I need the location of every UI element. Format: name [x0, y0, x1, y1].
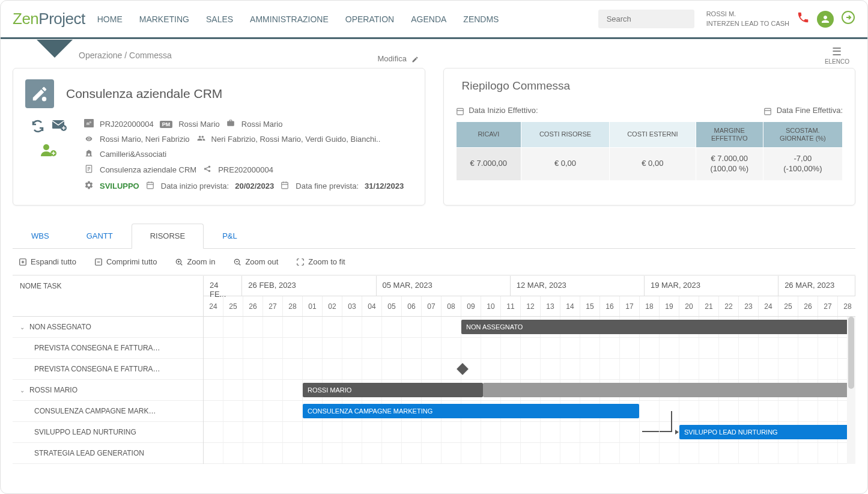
viewers: Rossi Mario, Neri Fabrizio	[100, 135, 190, 144]
dropdown-indicator[interactable]	[37, 40, 73, 58]
nav-sales[interactable]: SALES	[206, 14, 233, 24]
bar-rossi-mario[interactable]: ROSSI MARIO	[303, 383, 483, 397]
zoom-fit-button[interactable]: Zoom to fit	[296, 257, 345, 266]
day-header: 17	[620, 296, 640, 316]
logo: ZenProject	[13, 10, 85, 28]
task-row[interactable]: CONSULENZA CAMPAGNE MARK…	[13, 401, 203, 422]
search-input[interactable]	[598, 10, 694, 28]
link-icon	[202, 165, 212, 175]
day-header: 13	[541, 296, 560, 316]
day-header: 08	[442, 296, 461, 316]
team-list: Neri Fabrizio, Rossi Mario, Verdi Guido,…	[211, 135, 381, 144]
refresh-icon[interactable]	[31, 119, 45, 137]
task-group-rossi-mario[interactable]: ⌄ROSSI MARIO	[13, 380, 203, 401]
day-header: 19	[660, 296, 679, 316]
expand-all-button[interactable]: Espandi tutto	[19, 257, 76, 266]
chevron-down-icon: ⌄	[20, 324, 25, 331]
day-header: 01	[303, 296, 323, 316]
phone-icon[interactable]	[797, 11, 810, 27]
day-header: 16	[600, 296, 620, 316]
day-header: 26	[243, 296, 263, 316]
mail-add-icon[interactable]	[52, 119, 68, 137]
day-header: 05	[382, 296, 402, 316]
week-header: 26 MAR, 2023	[778, 276, 855, 296]
day-header: 07	[422, 296, 442, 316]
task-row[interactable]: STRATEGIA LEAD GENERATION	[13, 443, 203, 464]
day-header: 27	[818, 296, 838, 316]
zoom-out-button[interactable]: Zoom out	[233, 257, 278, 266]
bar-rossi-mario-ext[interactable]	[483, 383, 855, 397]
start-date: 20/02/2023	[235, 181, 274, 191]
svg-rect-25	[765, 108, 771, 115]
summary-title: Riepilogo Commessa	[456, 79, 843, 93]
nav-marketing[interactable]: MARKETING	[139, 14, 189, 24]
pm-name: Rossi Mario	[178, 120, 220, 129]
nav-amministrazione[interactable]: AMMINISTRAZIONE	[250, 14, 329, 24]
main-nav: HOME MARKETING SALES AMMINISTRAZIONE OPE…	[97, 14, 598, 24]
tab-pl[interactable]: P&L	[204, 224, 256, 248]
day-header: 06	[402, 296, 422, 316]
action-icons	[25, 119, 73, 197]
task-group-non-assegnato[interactable]: ⌄NON ASSEGNATO	[13, 317, 203, 338]
offer-name: Consulenza aziendale CRM	[100, 165, 196, 174]
svg-point-14	[208, 170, 211, 172]
header-ricavi: RICAVI	[456, 121, 521, 147]
vertical-scrollbar[interactable]	[847, 317, 855, 464]
svg-point-1	[42, 97, 47, 102]
bar-non-assegnato[interactable]: NON ASSEGNATO	[461, 320, 855, 334]
status-badge: SVILUPPO	[100, 181, 139, 191]
pm-badge: PM	[160, 121, 173, 128]
bar-sviluppo[interactable]: SVILUPPO LEAD NURTURING	[679, 425, 855, 439]
briefcase-icon	[226, 119, 235, 129]
svg-rect-19	[282, 182, 288, 189]
zoom-in-button[interactable]: Zoom in	[175, 257, 215, 266]
end-date: 31/12/2023	[365, 181, 404, 191]
day-header: 02	[323, 296, 342, 316]
day-header: 28	[283, 296, 303, 316]
svg-point-13	[208, 166, 211, 168]
task-row[interactable]: PREVISTA CONSEGNA E FATTURA…	[13, 338, 203, 359]
tab-wbs[interactable]: WBS	[13, 224, 68, 248]
value-margine: € 7.000,00(100,00 %)	[696, 147, 763, 180]
header-costi-esterni: COSTI ESTERNI	[609, 121, 696, 147]
end-label: Data fine prevista:	[296, 181, 359, 191]
gear-icon	[84, 180, 94, 192]
nav-operation[interactable]: OPERATION	[345, 14, 394, 24]
svg-point-12	[204, 168, 207, 170]
project-icon	[25, 79, 54, 108]
task-row[interactable]: SVILUPPO LEAD NURTURING	[13, 422, 203, 443]
tabs: WBS GANTT RISORSE P&L	[13, 224, 855, 249]
day-header: 18	[640, 296, 660, 316]
day-header: 03	[342, 296, 362, 316]
effective-end-label: Data Fine Effettiva:	[763, 106, 843, 115]
day-header: 11	[501, 296, 521, 316]
day-header: 10	[481, 296, 501, 316]
day-header: 28	[838, 296, 855, 316]
project-code: PRJ202000004	[100, 120, 154, 129]
modifica-button[interactable]: Modifica	[377, 54, 418, 63]
user-add-icon[interactable]	[41, 143, 58, 161]
week-header: 26 FEB, 2023	[242, 276, 376, 296]
bar-consulenza[interactable]: CONSULENZA CAMPAGNE MARKETING	[303, 404, 639, 418]
nav-home[interactable]: HOME	[97, 14, 123, 24]
tab-risorse[interactable]: RISORSE	[132, 224, 204, 249]
user-icon[interactable]	[817, 11, 834, 28]
tab-gantt[interactable]: GANTT	[68, 224, 132, 248]
logout-icon[interactable]	[841, 10, 855, 28]
eye-icon	[84, 135, 94, 144]
nav-agenda[interactable]: AGENDA	[411, 14, 446, 24]
chevron-down-icon: ⌄	[20, 387, 25, 394]
day-header: 25	[778, 296, 798, 316]
document-icon	[84, 164, 94, 175]
day-header: 24	[759, 296, 778, 316]
nav-zendms[interactable]: ZENDMS	[463, 14, 499, 24]
day-header: 27	[263, 296, 283, 316]
elenco-button[interactable]: ☰ ELENCO	[825, 45, 849, 65]
calendar-icon	[145, 181, 155, 191]
gantt-timeline[interactable]: ⋮⋮ 24 FE...26 FEB, 202305 MAR, 202312 MA…	[204, 276, 855, 464]
task-row[interactable]: PREVISTA CONSEGNA E FATTURA…	[13, 359, 203, 380]
collapse-all-button[interactable]: Comprimi tutto	[94, 257, 157, 266]
list-icon: ☰	[825, 45, 849, 58]
owner-name: Rossi Mario	[241, 120, 283, 129]
day-header: 12	[521, 296, 541, 316]
